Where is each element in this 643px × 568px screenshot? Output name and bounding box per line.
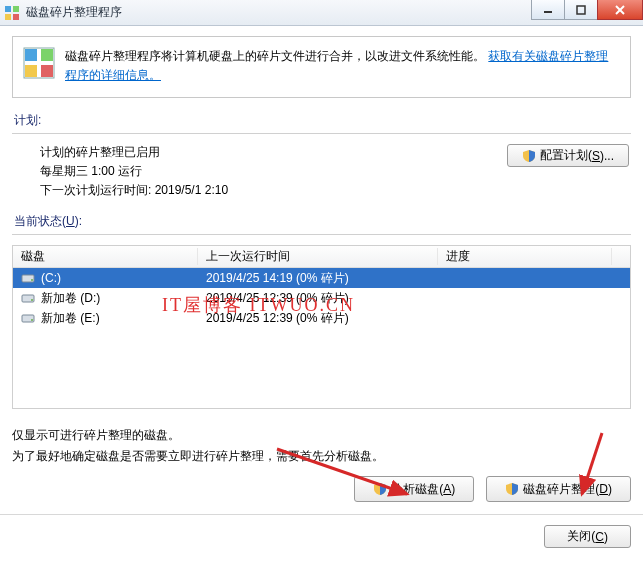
col-last-run[interactable]: 上一次运行时间 bbox=[198, 248, 438, 265]
defrag-icon bbox=[23, 47, 55, 79]
drive-icon bbox=[21, 272, 35, 284]
svg-point-18 bbox=[31, 319, 33, 321]
analyze-disk-button[interactable]: 分析磁盘(A) bbox=[354, 476, 474, 502]
col-progress[interactable]: 进度 bbox=[438, 248, 612, 265]
table-row[interactable]: 新加卷 (E:)2019/4/25 12:39 (0% 碎片) bbox=[13, 308, 630, 328]
defragment-disk-button[interactable]: 磁盘碎片整理(D) bbox=[486, 476, 631, 502]
drive-icon bbox=[21, 312, 35, 324]
status-label: 当前状态(U): bbox=[14, 213, 631, 230]
disk-name: 新加卷 (D:) bbox=[41, 290, 100, 307]
table-row[interactable]: 新加卷 (D:)2019/4/25 12:39 (0% 碎片) bbox=[13, 288, 630, 308]
close-button[interactable]: 关闭(C) bbox=[544, 525, 631, 548]
disk-name: 新加卷 (E:) bbox=[41, 310, 100, 327]
shield-icon bbox=[505, 482, 519, 496]
divider bbox=[12, 133, 631, 134]
svg-rect-9 bbox=[41, 49, 53, 61]
last-run: 2019/4/25 14:19 (0% 碎片) bbox=[198, 270, 438, 287]
svg-rect-0 bbox=[5, 6, 11, 12]
svg-rect-8 bbox=[25, 49, 37, 61]
svg-point-16 bbox=[31, 299, 33, 301]
schedule-area: 计划的碎片整理已启用 每星期三 1:00 运行 下一次计划运行时间: 2019/… bbox=[12, 144, 631, 199]
minimize-button[interactable] bbox=[531, 0, 565, 20]
col-disk[interactable]: 磁盘 bbox=[13, 248, 198, 265]
action-row: 分析磁盘(A) 磁盘碎片整理(D) bbox=[12, 476, 631, 502]
schedule-label: 计划: bbox=[14, 112, 631, 129]
schedule-next-text: 下一次计划运行时间: 2019/5/1 2:10 bbox=[40, 182, 631, 199]
titlebar: 磁盘碎片整理程序 bbox=[0, 0, 643, 26]
shield-icon bbox=[373, 482, 387, 496]
configure-schedule-button[interactable]: 配置计划(S)... bbox=[507, 144, 629, 167]
app-icon bbox=[4, 5, 20, 21]
shield-icon bbox=[522, 149, 536, 163]
divider bbox=[12, 234, 631, 235]
note: 仅显示可进行碎片整理的磁盘。 为了最好地确定磁盘是否需要立即进行碎片整理，需要首… bbox=[12, 425, 631, 466]
footer: 关闭(C) bbox=[0, 514, 643, 558]
note-line1: 仅显示可进行碎片整理的磁盘。 bbox=[12, 425, 631, 445]
note-line2: 为了最好地确定磁盘是否需要立即进行碎片整理，需要首先分析磁盘。 bbox=[12, 446, 631, 466]
svg-point-14 bbox=[31, 279, 33, 281]
svg-rect-3 bbox=[13, 14, 19, 20]
info-description: 磁盘碎片整理程序将计算机硬盘上的碎片文件进行合并，以改进文件系统性能。 bbox=[65, 49, 485, 63]
window-controls bbox=[532, 0, 643, 20]
info-text: 磁盘碎片整理程序将计算机硬盘上的碎片文件进行合并，以改进文件系统性能。 获取有关… bbox=[65, 47, 620, 85]
close-window-button[interactable] bbox=[597, 0, 643, 20]
list-body: (C:)2019/4/25 14:19 (0% 碎片)新加卷 (D:)2019/… bbox=[13, 268, 630, 328]
disk-list: 磁盘 上一次运行时间 进度 (C:)2019/4/25 14:19 (0% 碎片… bbox=[12, 245, 631, 409]
maximize-button[interactable] bbox=[564, 0, 598, 20]
last-run: 2019/4/25 12:39 (0% 碎片) bbox=[198, 290, 438, 307]
drive-icon bbox=[21, 292, 35, 304]
window-title: 磁盘碎片整理程序 bbox=[26, 4, 122, 21]
list-header: 磁盘 上一次运行时间 进度 bbox=[13, 246, 630, 268]
svg-rect-10 bbox=[25, 65, 37, 77]
disk-name: (C:) bbox=[41, 271, 61, 285]
svg-rect-11 bbox=[41, 65, 53, 77]
info-panel: 磁盘碎片整理程序将计算机硬盘上的碎片文件进行合并，以改进文件系统性能。 获取有关… bbox=[12, 36, 631, 98]
svg-rect-5 bbox=[577, 6, 585, 14]
table-row[interactable]: (C:)2019/4/25 14:19 (0% 碎片) bbox=[13, 268, 630, 288]
svg-rect-1 bbox=[13, 6, 19, 12]
last-run: 2019/4/25 12:39 (0% 碎片) bbox=[198, 310, 438, 327]
svg-rect-2 bbox=[5, 14, 11, 20]
